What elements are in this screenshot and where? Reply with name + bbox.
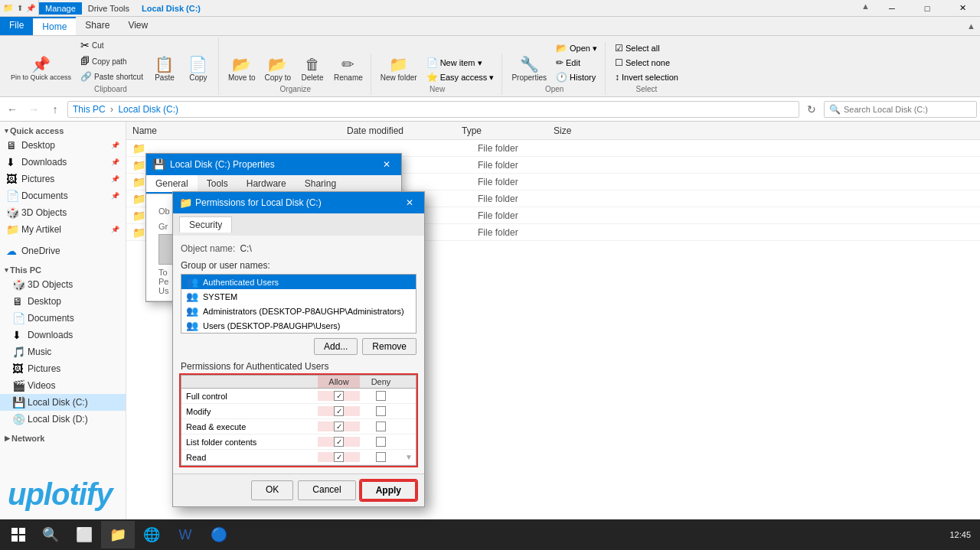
sidebar-item-local-disk-c[interactable]: 💾 Local Disk (C:): [0, 394, 126, 411]
word-button[interactable]: W: [168, 521, 202, 548]
minimize-button[interactable]: ─: [874, 0, 910, 17]
sidebar-item-pictures-pc[interactable]: 🖼 Pictures: [0, 360, 126, 377]
ribbon-collapse[interactable]: ▲: [962, 17, 980, 35]
sidebar-item-3d-objects-pc[interactable]: 🎲 3D Objects: [0, 276, 126, 293]
pin-quick-access-button[interactable]: 📌 Pin to Quick access: [8, 54, 74, 83]
pictures-pin: 📌: [111, 175, 119, 183]
sidebar-item-desktop[interactable]: 🖥 Desktop 📌: [0, 137, 126, 154]
col-date-modified[interactable]: Date modified: [347, 125, 462, 136]
close-button[interactable]: ✕: [945, 0, 980, 17]
group-user-label: Group or user names:: [181, 260, 416, 271]
allow-checkbox-full-control[interactable]: [334, 391, 344, 401]
crumb-this-pc[interactable]: This PC: [73, 104, 106, 115]
copy-button[interactable]: ✂ Cut: [77, 37, 146, 53]
sidebar-item-3d-objects[interactable]: 🎲 3D Objects: [0, 204, 126, 221]
search-input[interactable]: [844, 105, 972, 114]
sidebar-item-pictures[interactable]: 🖼 Pictures 📌: [0, 171, 126, 187]
ribbon-copy-button[interactable]: 📄 Copy: [183, 54, 214, 83]
sidebar-item-documents-pc[interactable]: 📄 Documents: [0, 310, 126, 327]
new-folder-button[interactable]: 📁 New folder: [377, 54, 420, 83]
forward-button[interactable]: →: [24, 100, 43, 119]
cancel-button[interactable]: Cancel: [298, 480, 355, 500]
tab-home[interactable]: Home: [33, 17, 76, 35]
search-taskbar-button[interactable]: 🔍: [34, 521, 67, 548]
open-button[interactable]: 📂 Open ▾: [553, 42, 600, 54]
group-item-users[interactable]: 👥 Users (DESKTOP-P8AUGHP\Users): [181, 318, 416, 333]
collapse-arrow[interactable]: ▲: [857, 0, 874, 17]
remove-button[interactable]: Remove: [362, 338, 416, 355]
properties-title-text: Local Disk (C:) Properties: [170, 159, 275, 170]
network-section[interactable]: ▶ Network: [0, 432, 126, 444]
select-all-button[interactable]: ☑ Select all: [612, 42, 681, 54]
maximize-button[interactable]: □: [910, 0, 945, 17]
apply-button[interactable]: Apply: [361, 480, 416, 500]
svg-rect-0: [11, 528, 18, 534]
properties-close-button[interactable]: ✕: [378, 156, 395, 173]
this-pc-section[interactable]: ▾ This PC: [0, 264, 126, 276]
sidebar-item-onedrive[interactable]: ☁ OneDrive: [0, 242, 126, 259]
start-button[interactable]: [3, 521, 34, 548]
invert-selection-button[interactable]: ↕ Invert selection: [612, 71, 681, 83]
sidebar-item-documents[interactable]: 📄 Documents 📌: [0, 187, 126, 204]
col-name[interactable]: Name: [132, 125, 347, 136]
allow-checkbox-read[interactable]: [334, 452, 344, 462]
col-type[interactable]: Type: [462, 125, 554, 136]
deny-checkbox-full-control[interactable]: [376, 391, 386, 401]
sidebar-item-downloads[interactable]: ⬇ Downloads 📌: [0, 154, 126, 171]
back-button[interactable]: ←: [3, 100, 21, 119]
history-button[interactable]: 🕐 History: [553, 71, 600, 83]
allow-checkbox-list-folder[interactable]: [334, 437, 344, 447]
deny-checkbox-read-execute[interactable]: [376, 421, 386, 431]
deny-checkbox-modify[interactable]: [376, 406, 386, 416]
manage-tab[interactable]: Manage: [39, 2, 82, 15]
group-item-system[interactable]: 👥 SYSTEM: [181, 289, 416, 304]
explorer-taskbar-button[interactable]: 📁: [101, 521, 135, 548]
copy-to-button[interactable]: 📂 Copy to: [262, 54, 294, 83]
quick-access-section[interactable]: ▾ Quick access: [0, 125, 126, 137]
sidebar-item-my-artikel[interactable]: 📁 My Artikel 📌: [0, 221, 126, 238]
permissions-table-header: Allow Deny: [181, 376, 416, 389]
up-button[interactable]: ↑: [46, 100, 64, 119]
refresh-button[interactable]: ↻: [802, 100, 821, 119]
move-to-button[interactable]: 📂 Move to: [225, 54, 259, 83]
organize-group: 📂 Move to 📂 Copy to 🗑 Delete ✏ Rename Or…: [220, 54, 371, 95]
sidebar-item-desktop-pc[interactable]: 🖥 Desktop: [0, 293, 126, 310]
permissions-close-button[interactable]: ✕: [401, 194, 418, 211]
allow-checkbox-read-execute[interactable]: [334, 421, 344, 431]
new-item-button[interactable]: 📄 New item ▾: [423, 57, 498, 69]
sidebar-item-music-pc[interactable]: 🎵 Music: [0, 343, 126, 360]
watermark: uplotify: [8, 477, 112, 512]
crumb-local-disk[interactable]: Local Disk (C:): [118, 104, 178, 115]
easy-access-button[interactable]: ⭐ Easy access ▾: [423, 71, 498, 83]
sidebar-item-local-disk-d[interactable]: 💿 Local Disk (D:): [0, 411, 126, 428]
search-box[interactable]: 🔍: [824, 101, 977, 118]
paste-shortcut-button[interactable]: 🔗 Paste shortcut: [77, 70, 146, 83]
delete-button[interactable]: 🗑 Delete: [297, 54, 328, 83]
col-size[interactable]: Size: [554, 125, 615, 136]
copy-path-button[interactable]: 🗐 Copy path: [77, 54, 146, 68]
sidebar-item-downloads-pc[interactable]: ⬇ Downloads: [0, 327, 126, 343]
edit-button[interactable]: ✏ Edit: [553, 57, 600, 69]
deny-checkbox-list-folder[interactable]: [376, 437, 386, 447]
select-none-button[interactable]: ☐ Select none: [612, 57, 681, 69]
ok-button[interactable]: OK: [251, 480, 293, 500]
other-app-button[interactable]: 🔵: [202, 521, 236, 548]
group-item-admins[interactable]: 👥 Administrators (DESKTOP-P8AUGHP\Admini…: [181, 304, 416, 318]
tab-share[interactable]: Share: [76, 17, 119, 35]
sidebar-item-videos-pc[interactable]: 🎬 Videos: [0, 377, 126, 394]
allow-checkbox-modify[interactable]: [334, 406, 344, 416]
security-tab[interactable]: Security: [179, 216, 232, 233]
task-view-button[interactable]: ⬜: [67, 521, 101, 548]
paste-button[interactable]: 📋 Paste: [149, 54, 180, 83]
drive-tools-tab[interactable]: Drive Tools: [82, 2, 136, 15]
properties-button[interactable]: 🔧 Properties: [508, 54, 550, 83]
edge-button[interactable]: 🌐: [135, 521, 168, 548]
perm-deny-full-control: [360, 391, 402, 401]
group-item-auth-users[interactable]: 👥 Authenticated Users: [181, 275, 416, 289]
address-path[interactable]: This PC › Local Disk (C:): [67, 101, 799, 118]
tab-file[interactable]: File: [0, 17, 33, 35]
deny-checkbox-read[interactable]: [376, 452, 386, 462]
rename-button[interactable]: ✏ Rename: [331, 54, 366, 83]
add-button[interactable]: Add...: [314, 338, 358, 355]
tab-view[interactable]: View: [119, 17, 157, 35]
